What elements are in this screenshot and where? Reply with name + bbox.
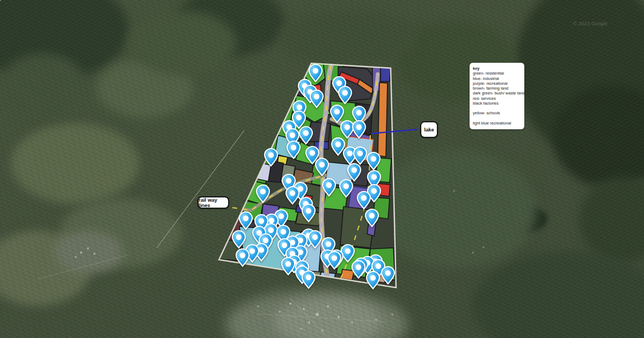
map-pin-dot bbox=[326, 241, 331, 247]
map-pin-dot bbox=[345, 124, 350, 130]
map-pin-dot bbox=[257, 230, 262, 236]
map-pin-dot bbox=[259, 218, 264, 224]
map-pin-dot bbox=[259, 247, 264, 253]
map-pin-dot bbox=[303, 130, 309, 136]
map-pin-dot bbox=[357, 151, 363, 156]
map-pin-dot bbox=[326, 182, 332, 188]
map-pin-dot bbox=[290, 133, 295, 138]
key-entry: green- residential bbox=[473, 71, 522, 76]
map-pin-dot bbox=[269, 218, 274, 223]
map-pin-dot bbox=[243, 216, 248, 221]
map-pin[interactable] bbox=[282, 258, 295, 275]
map-pin-dot bbox=[312, 234, 318, 240]
map-pin-dot bbox=[291, 145, 296, 150]
key-entry: blue- industrial bbox=[473, 76, 522, 81]
map-pin-dot bbox=[342, 90, 348, 95]
map-pin-dot bbox=[240, 253, 245, 258]
map-pin-dot bbox=[334, 109, 340, 114]
map-pin-dot bbox=[313, 68, 318, 74]
map-pin-dot bbox=[369, 213, 375, 218]
map-pin-dot bbox=[371, 188, 377, 194]
lake-label-text: lake bbox=[424, 127, 434, 133]
map-canvas bbox=[0, 0, 644, 338]
map-pin-dot bbox=[335, 142, 341, 147]
map-pin-dot bbox=[336, 80, 342, 86]
map-pin-dot bbox=[282, 243, 287, 248]
map-pin-dot bbox=[268, 152, 274, 158]
map-pin-dot bbox=[352, 167, 357, 173]
key-entry: dark green- bush/ waste land bbox=[473, 91, 522, 95]
key-entry: black factories bbox=[473, 101, 522, 106]
map-pin-dot bbox=[286, 178, 291, 183]
map-pin-dot bbox=[370, 275, 376, 281]
map-pin-dot bbox=[347, 151, 353, 156]
map-pin-dot bbox=[260, 189, 266, 194]
railway-label[interactable]: rail way lines bbox=[197, 196, 229, 209]
map-pin-dot bbox=[290, 190, 295, 196]
landuse-zone[interactable] bbox=[378, 83, 387, 157]
railway-label-text: rail way lines bbox=[199, 197, 228, 208]
map-pin-dot bbox=[268, 227, 274, 233]
map-pin-dot bbox=[306, 208, 311, 214]
map-pin-dot bbox=[310, 150, 315, 156]
landuse-zone[interactable] bbox=[380, 67, 391, 82]
map-pin-dot bbox=[281, 229, 286, 234]
map-pin-dot bbox=[376, 263, 381, 269]
map-pin-dot bbox=[286, 261, 291, 267]
map-pin-dot bbox=[236, 234, 241, 240]
key-lines: green- residentialblue- industrialpurple… bbox=[473, 71, 522, 126]
map-pin-dot bbox=[314, 94, 319, 99]
key-title: key bbox=[473, 66, 522, 71]
key-entry: light blue recreational bbox=[473, 121, 522, 126]
map-key[interactable]: key green- residentialblue- industrialpu… bbox=[470, 63, 524, 129]
key-entry: brown- farming land bbox=[473, 86, 522, 91]
map-pin-dot bbox=[319, 162, 325, 167]
map-viewport[interactable]: lake rail way lines key green- residenti… bbox=[0, 0, 644, 338]
map-pin-dot bbox=[332, 255, 337, 261]
lake-label[interactable]: lake bbox=[420, 121, 438, 138]
map-pin-dot bbox=[356, 124, 362, 130]
map-pin-dot bbox=[296, 115, 302, 120]
map-pin-dot bbox=[345, 248, 350, 254]
map-pin[interactable] bbox=[302, 271, 315, 288]
map-pin-dot bbox=[371, 174, 377, 180]
map-pin-dot bbox=[250, 248, 255, 254]
key-entry: red- services bbox=[473, 96, 522, 101]
google-watermark: © 2023 Google bbox=[573, 20, 608, 26]
key-entry: purple- recreational bbox=[473, 81, 522, 86]
key-entry: yellow- schools bbox=[473, 111, 522, 115]
map-pin-dot bbox=[356, 264, 361, 270]
map-pin-dot bbox=[306, 275, 311, 280]
map-pin-dot bbox=[297, 105, 302, 110]
map-pin-dot bbox=[279, 214, 284, 219]
map-pin-dot bbox=[343, 183, 349, 189]
map-pin-dot bbox=[385, 270, 391, 276]
map-pin-dot bbox=[356, 110, 362, 115]
map-pin-dot bbox=[263, 238, 268, 243]
map-pin[interactable] bbox=[367, 271, 379, 289]
map-pin-dot bbox=[361, 195, 367, 201]
map-pin-dot bbox=[371, 156, 376, 161]
